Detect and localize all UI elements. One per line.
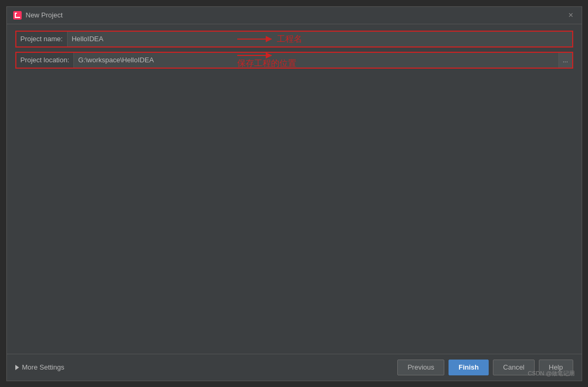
previous-button[interactable]: Previous xyxy=(397,360,444,375)
new-project-dialog: New Project × Project name: 工程名 xyxy=(6,6,582,381)
project-location-input-wrapper: ... xyxy=(73,53,572,68)
project-location-annotation: 保存工程的位置 xyxy=(237,55,296,69)
more-settings-label: More Settings xyxy=(22,363,64,371)
arrowhead2 xyxy=(266,52,272,59)
svg-rect-3 xyxy=(15,14,16,17)
project-name-section: Project name: 工程名 xyxy=(15,31,573,48)
project-location-section: Project location: ... 保存工程的位置 xyxy=(15,52,573,69)
project-location-input[interactable] xyxy=(73,53,558,68)
title-bar-left: New Project xyxy=(13,11,63,20)
watermark: CSDN @做笔记用 xyxy=(528,370,575,377)
svg-rect-0 xyxy=(13,11,22,20)
project-name-label: Project name: xyxy=(16,32,67,46)
intellij-icon xyxy=(13,11,22,20)
dialog-title: New Project xyxy=(26,11,63,19)
finish-button[interactable]: Finish xyxy=(449,360,489,375)
svg-rect-2 xyxy=(15,17,20,18)
project-location-label: Project location: xyxy=(16,53,74,68)
close-button[interactable]: × xyxy=(567,11,575,20)
more-settings-triangle-icon xyxy=(15,365,19,370)
annotation-arrow-row2 xyxy=(237,55,296,56)
bottom-bar: More Settings Previous Finish Cancel Hel… xyxy=(7,354,582,381)
svg-rect-1 xyxy=(15,13,17,14)
project-location-annotation-text: 保存工程的位置 xyxy=(237,58,296,69)
project-name-input[interactable] xyxy=(67,32,572,46)
project-name-input-wrapper xyxy=(67,32,572,46)
more-settings-toggle[interactable]: More Settings xyxy=(15,363,64,371)
arrowhead1 xyxy=(266,36,272,42)
title-bar: New Project × xyxy=(7,7,582,24)
project-name-annotation-text: 工程名 xyxy=(277,34,302,45)
content-area: Project name: 工程名 Project location: ... xyxy=(7,24,582,354)
browse-button[interactable]: ... xyxy=(558,53,572,68)
project-name-annotation: 工程名 xyxy=(237,34,302,45)
annotation-arrow-line1 xyxy=(237,39,272,40)
annotation-arrow-line2 xyxy=(237,55,272,56)
